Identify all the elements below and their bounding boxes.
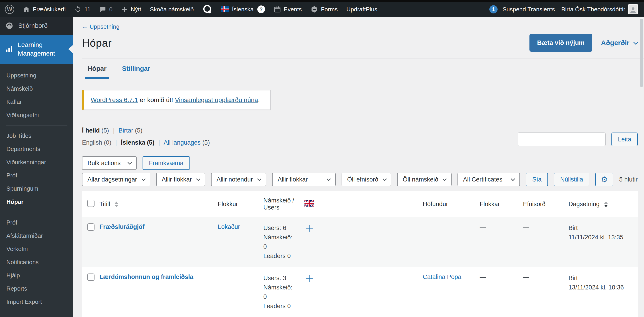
admin-bar-right: 1 Suspend Transients Birta Ósk Theodórsd…	[490, 4, 638, 14]
sidebar-item-dashboard[interactable]: Stjórnborð	[0, 17, 73, 34]
tabs: Hópar Stillingar	[82, 59, 638, 79]
wordpress-update-notice: WordPress 6.7.1 er komið út! Vinsamlegas…	[82, 90, 270, 110]
new-label: Nýtt	[131, 6, 141, 13]
sidebar-item-hjalp[interactable]: Hjálp	[0, 269, 73, 282]
filter-dates-select[interactable]: Allar dagsetningar	[82, 172, 150, 186]
lang-filter-icelandic[interactable]: Íslenska (5)	[121, 139, 154, 146]
admin-bar: W Fræðslukerfi 11 0 Nýtt Skoða námskeið	[0, 2, 644, 17]
filter-certificates-select[interactable]: All Certificates	[458, 172, 520, 186]
scrollbar-thumb[interactable]	[640, 19, 643, 87]
table-header-row: Titill Flokkur Námskeið / Users Höfundur…	[82, 191, 638, 217]
sidebar-item-import-export[interactable]: Import Export	[0, 295, 73, 308]
sidebar-item-notifications[interactable]: Notifications	[0, 256, 73, 269]
page-scrollbar[interactable]	[640, 19, 644, 315]
filter-button[interactable]: Sía	[526, 172, 548, 186]
author-link[interactable]: Catalina Popa	[423, 274, 462, 280]
filter-category2-select[interactable]: Allir flokkar	[272, 172, 336, 186]
admin-bar-left: W Fræðslukerfi 11 0 Nýtt Skoða námskeið	[5, 4, 377, 14]
count-total-label[interactable]: Í heild	[82, 127, 100, 134]
sidebar-item-job-titles[interactable]: Job Titles	[0, 129, 73, 142]
page-title: Hópar	[82, 37, 112, 49]
sort-arrows-icon	[114, 202, 118, 207]
group-date-cell: Birt11/11/2024 kl. 13:35	[565, 217, 638, 267]
add-translation-button[interactable]	[304, 274, 314, 285]
filter-category-select[interactable]: Allir flokkar	[156, 172, 205, 186]
select-all-checkbox[interactable]	[87, 200, 94, 207]
view-courses-link[interactable]: Skoða námskeið	[150, 6, 194, 13]
row-checkbox[interactable]	[87, 274, 94, 281]
row-checkbox[interactable]	[87, 224, 94, 231]
add-translation-button[interactable]	[304, 224, 314, 234]
tab-stillingar[interactable]: Stillingar	[119, 59, 153, 79]
person-icon	[629, 6, 637, 14]
group-author-cell: Catalina Popa	[419, 267, 476, 317]
update-now-link[interactable]: Vinsamlegast uppfærðu núna	[175, 96, 258, 104]
column-header-title[interactable]: Titill	[96, 191, 214, 217]
sidebar-item-learning-management[interactable]: Learning Management	[0, 34, 73, 64]
sidebar-item-prof-2[interactable]: Próf	[0, 216, 73, 229]
wordpress-menu-button[interactable]: W	[5, 5, 14, 14]
column-header-language	[301, 191, 419, 217]
sidebar-item-namskeid[interactable]: Námskeið	[0, 82, 73, 95]
sidebar-item-verkefni[interactable]: Verkefni	[0, 242, 73, 256]
sidebar-item-kaflar[interactable]: Kaflar	[0, 95, 73, 108]
apply-button[interactable]: Framkvæma	[142, 156, 190, 170]
screen-options-button[interactable]: ⚙	[595, 172, 613, 186]
filter-users-select[interactable]: Allir notendur	[211, 172, 266, 186]
lang-filter-english[interactable]: English (0)	[82, 139, 111, 146]
add-new-button[interactable]: Bæta við nýjum	[530, 34, 592, 52]
sidebar-item-vidfangsefni[interactable]: Viðfangsefni	[0, 108, 73, 122]
chevron-down-icon	[633, 40, 638, 45]
count-published-link[interactable]: Birtar	[119, 127, 134, 134]
updraftplus-menu-button[interactable]: UpdraftPlus	[346, 6, 377, 13]
back-to-uppsetning-link[interactable]: ← Uppsetning	[82, 23, 120, 30]
sidebar-item-spurningum[interactable]: Spurningum	[0, 182, 73, 195]
suspend-transients-button[interactable]: 1 Suspend Transients	[490, 5, 555, 14]
filter-courses-select[interactable]: Öll námskeið	[397, 172, 452, 186]
column-header-courses-users: Námskeið / Users	[260, 191, 301, 217]
column-header-date[interactable]: Dagsetning	[565, 191, 638, 217]
sidebar-item-prof[interactable]: Próf	[0, 169, 73, 182]
plus-icon	[121, 6, 128, 13]
sidebar-item-vidurkenningar[interactable]: Viðurkenningar	[0, 156, 73, 169]
calendar-icon	[274, 6, 281, 13]
events-menu-button[interactable]: Events	[274, 6, 302, 13]
wordpress-version-link[interactable]: WordPress 6.7.1	[91, 96, 138, 104]
sidebar-item-uppsetning[interactable]: Uppsetning	[0, 69, 73, 82]
active-menu-arrow	[68, 45, 73, 53]
filter-tags-select[interactable]: Öll efnisorð	[342, 172, 391, 186]
site-home-link[interactable]: Fræðslukerfi	[23, 6, 66, 13]
reset-button[interactable]: Núllstilla	[554, 172, 590, 186]
user-account-menu[interactable]: Birta Ósk Theodórsdóttir	[561, 4, 638, 14]
bar-chart-icon	[5, 45, 13, 53]
group-title-link[interactable]: Lærdómshönnun og framleiðsla	[100, 274, 194, 280]
search-input[interactable]	[518, 132, 606, 146]
sidebar-item-add-ons[interactable]: Add-ons	[0, 316, 73, 317]
sidebar-item-departments[interactable]: Departments	[0, 142, 73, 156]
help-icon[interactable]: ?	[257, 6, 265, 13]
updates-button[interactable]: 11	[74, 6, 90, 13]
group-category-link[interactable]: Lokaður	[218, 224, 240, 230]
sidebar-item-hopar[interactable]: Hópar	[0, 195, 73, 208]
comments-icon	[99, 6, 106, 13]
language-switcher[interactable]: Íslenska ?	[221, 6, 265, 13]
actions-dropdown[interactable]: Aðgerðir	[601, 39, 638, 47]
forms-icon	[310, 6, 318, 13]
lms-logo-button[interactable]	[202, 4, 212, 14]
sidebar-item-reports[interactable]: Reports	[0, 282, 73, 295]
comments-button[interactable]: 0	[99, 6, 112, 13]
search-button[interactable]: Leita	[612, 132, 638, 146]
chevron-down-icon	[511, 177, 515, 181]
lm-submenu: Uppsetning Námskeið Kaflar Viðfangsefni …	[0, 64, 73, 317]
language-label: Íslenska	[232, 6, 254, 13]
group-users-cell: Users: 6Námskeið: 0Leaders 0	[260, 217, 301, 267]
tab-hopar[interactable]: Hópar	[85, 59, 109, 79]
bulk-actions-select[interactable]: Bulk actions	[82, 156, 137, 170]
admin-sidebar: Stjórnborð Learning Management Uppsetnin…	[0, 17, 73, 317]
wordpress-logo-icon: W	[5, 5, 14, 14]
sidebar-item-afslattarmidar[interactable]: Afsláttarmiðar	[0, 229, 73, 242]
forms-menu-button[interactable]: Forms	[310, 6, 338, 13]
group-title-link[interactable]: Fræðsluráðgjöf	[100, 224, 144, 230]
lang-filter-all-link[interactable]: All languages	[164, 139, 200, 146]
new-content-button[interactable]: Nýtt	[121, 6, 141, 13]
